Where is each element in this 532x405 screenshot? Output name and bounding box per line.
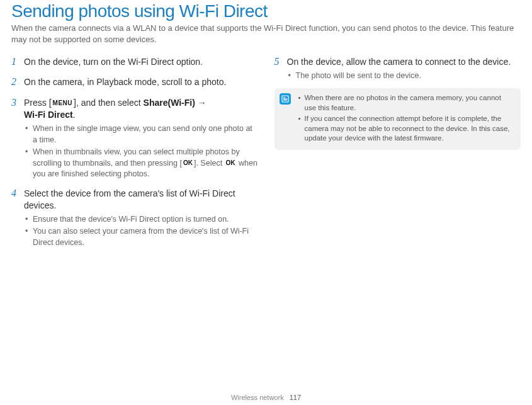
content-columns: 1 On the device, turn on the Wi-Fi Direc… — [11, 55, 521, 254]
step-4: 4 Select the device from the camera's li… — [11, 186, 258, 249]
step-bullets: When in the single image view, you can s… — [25, 123, 258, 180]
note-box: When there are no photos in the camera m… — [274, 88, 521, 150]
text-fragment: ], and then select — [74, 98, 144, 108]
step-3: 3 Press [MENU], and then select Share(Wi… — [11, 96, 258, 180]
step-text: Press [MENU], and then select Share(Wi-F… — [24, 97, 207, 122]
menu-icon: MENU — [52, 99, 74, 108]
step-text: On the device, allow the camera to conne… — [287, 56, 511, 69]
step-text: On the device, turn on the Wi-Fi Direct … — [24, 56, 203, 69]
step-number: 1 — [11, 55, 19, 69]
step-number: 2 — [11, 75, 19, 89]
text-fragment: ]. Select — [194, 159, 225, 168]
text-fragment: . — [73, 110, 76, 120]
ok-icon: OK — [182, 159, 194, 168]
step-number: 5 — [274, 55, 282, 69]
arrow-icon: → — [195, 98, 207, 108]
text-fragment: Press [ — [24, 98, 52, 108]
note-icon — [280, 93, 291, 105]
bullet-item: Ensure that the device's Wi-Fi Direct op… — [25, 214, 258, 225]
intro-text: When the camera connects via a WLAN to a… — [11, 23, 521, 45]
step-bullets: Ensure that the device's Wi-Fi Direct op… — [25, 214, 258, 249]
note-list: When there are no photos in the camera m… — [298, 93, 515, 144]
left-column: 1 On the device, turn on the Wi-Fi Direc… — [11, 55, 258, 254]
page-number: 117 — [290, 394, 301, 401]
step-bullets: The photo will be sent to the device. — [288, 71, 521, 82]
step-text: On the camera, in Playback mode, scroll … — [24, 76, 226, 89]
bullet-item: When in the single image view, you can s… — [25, 123, 258, 145]
ok-icon: OK — [225, 159, 237, 168]
bullet-item: When in thumbnails view, you can select … — [25, 147, 258, 180]
step-number: 3 — [11, 96, 19, 110]
step-1: 1 On the device, turn on the Wi-Fi Direc… — [11, 55, 258, 69]
step-number: 4 — [11, 186, 19, 200]
page-footer: Wireless network 117 — [0, 394, 532, 401]
bullet-item: You can also select your camera from the… — [25, 226, 258, 248]
note-item: If you cancel the connection attempt bef… — [298, 114, 515, 144]
note-item: When there are no photos in the camera m… — [298, 93, 515, 113]
bold-label: Wi-Fi Direct — [24, 110, 73, 120]
step-5: 5 On the device, allow the camera to con… — [274, 55, 521, 82]
bold-label: Share(Wi-Fi) — [144, 98, 195, 108]
footer-section: Wireless network — [231, 394, 284, 401]
step-2: 2 On the camera, in Playback mode, scrol… — [11, 75, 258, 89]
page-title: Sending photos using Wi-Fi Direct — [11, 0, 521, 23]
step-text: Select the device from the camera's list… — [24, 188, 258, 212]
bullet-item: The photo will be sent to the device. — [288, 71, 521, 82]
right-column: 5 On the device, allow the camera to con… — [274, 55, 521, 254]
